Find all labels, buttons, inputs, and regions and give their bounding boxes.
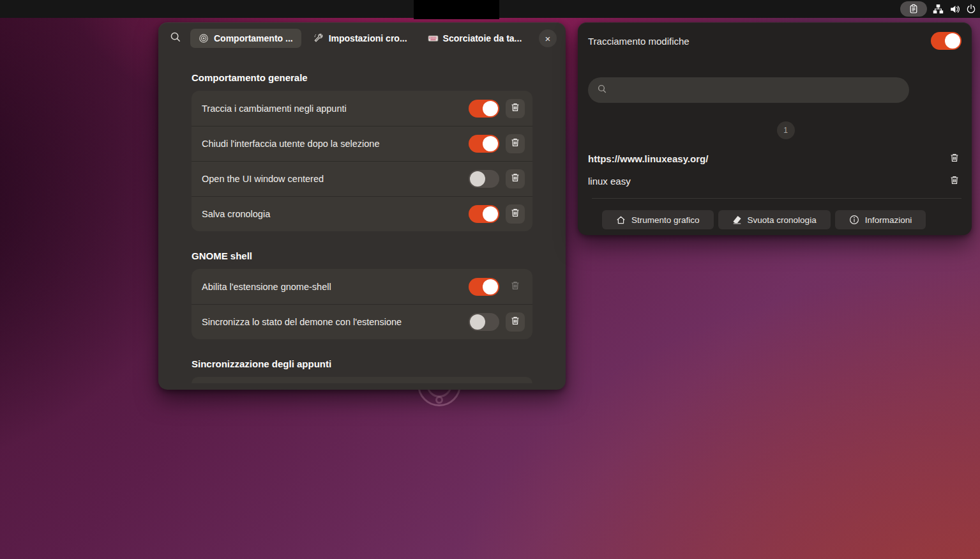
tab-label: Scorciatoie da ta... [443, 33, 522, 43]
setting-label: Salva cronologia [202, 209, 469, 219]
home-icon [616, 215, 626, 225]
toggle-switch[interactable] [469, 170, 499, 188]
tools-icon [313, 33, 324, 43]
top-bar [0, 0, 980, 18]
setting-label: Sincronizza lo stato del demone con l'es… [202, 317, 469, 327]
delete-entry-button[interactable] [949, 176, 960, 187]
toggle-switch[interactable] [469, 278, 499, 296]
section-title: Comportamento generale [192, 72, 532, 83]
tracking-label: Tracciamento modifiche [588, 36, 690, 47]
trash-icon [510, 316, 520, 328]
delete-entry-button[interactable] [949, 153, 960, 165]
setting-row: Abilita l'estensione gnome-shell [192, 269, 532, 304]
tab-keyboard-shortcuts[interactable]: Scorciatoie da ta... [419, 29, 531, 48]
settings-tabs: Comportamento ... Impostazioni cro... [190, 29, 532, 48]
close-button[interactable]: × [539, 29, 557, 47]
reset-button[interactable] [506, 134, 525, 153]
tab-behavior[interactable]: Comportamento ... [190, 29, 301, 48]
toggle-switch[interactable] [469, 313, 499, 331]
trash-icon [949, 153, 960, 165]
setting-label: Abilita l'estensione gnome-shell [202, 282, 469, 292]
trash-icon [510, 280, 520, 293]
setting-label: Open the UI window centered [202, 174, 469, 184]
keyboard-icon [428, 33, 438, 43]
setting-row: Salva cronologia [192, 196, 532, 231]
toggle-switch[interactable] [469, 100, 499, 118]
section-title: GNOME shell [192, 250, 532, 261]
history-entries: https://www.linuxeasy.org/ linux easy [588, 148, 961, 192]
network-icon[interactable] [933, 4, 944, 15]
clear-history-button[interactable]: Svuota cronologia [718, 210, 831, 229]
volume-icon[interactable] [949, 4, 960, 15]
trash-icon [949, 175, 960, 188]
search-icon [169, 31, 182, 46]
tab-label: Impostazioni cro... [329, 33, 407, 43]
settings-content: Comportamento generale Traccia i cambiam… [158, 54, 566, 383]
clipboard-sync-card-partial [192, 377, 532, 383]
info-icon [849, 215, 859, 225]
history-actions: Strumento grafico Svuota cronologia Info… [602, 210, 961, 229]
about-button[interactable]: Informazioni [835, 210, 926, 229]
section-title: Sincronizzazione degli appunti [192, 358, 532, 369]
clipboard-indicator-button[interactable] [900, 1, 927, 17]
setting-label: Chiudi l'interfaccia utente dopo la sele… [202, 139, 469, 149]
search-button[interactable] [167, 30, 184, 47]
button-label: Strumento grafico [631, 215, 700, 225]
entry-text: linux easy [588, 176, 631, 187]
history-entry[interactable]: linux easy [588, 170, 961, 192]
clipboard-settings-window: Comportamento ... Impostazioni cro... [158, 22, 566, 390]
tracking-toggle[interactable] [931, 32, 961, 50]
setting-label: Traccia i cambiamenti negli appunti [202, 103, 469, 114]
history-search-field[interactable] [588, 77, 909, 103]
power-icon[interactable] [966, 4, 976, 14]
trash-icon [510, 137, 520, 150]
trash-icon [510, 208, 520, 220]
settings-headerbar: Comportamento ... Impostazioni cro... [158, 22, 566, 54]
button-label: Informazioni [865, 215, 912, 225]
system-tray [900, 0, 976, 18]
search-input[interactable] [612, 85, 900, 95]
eraser-icon [732, 215, 742, 225]
settings-tool-button[interactable]: Strumento grafico [602, 210, 714, 229]
tab-label: Comportamento ... [214, 33, 293, 43]
clock-redacted-box [414, 0, 499, 19]
history-entry[interactable]: https://www.linuxeasy.org/ [588, 148, 961, 170]
clipboard-icon [908, 4, 919, 14]
bullseye-icon [199, 33, 209, 43]
setting-row: Open the UI window centered [192, 161, 532, 196]
trash-icon [510, 102, 520, 115]
close-icon: × [545, 33, 551, 44]
reset-button[interactable] [506, 204, 525, 224]
setting-row: Chiudi l'interfaccia utente dopo la sele… [192, 126, 532, 161]
page-indicator[interactable]: 1 [777, 121, 795, 139]
divider [592, 198, 961, 199]
button-label: Svuota cronologia [748, 215, 817, 225]
trash-icon [510, 172, 520, 185]
toggle-switch[interactable] [469, 205, 499, 223]
setting-row: Sincronizza lo stato del demone con l'es… [192, 304, 532, 339]
toggle-switch[interactable] [469, 135, 499, 153]
behavior-card: Traccia i cambiamenti negli appunti Chiu… [192, 91, 532, 231]
entry-text: https://www.linuxeasy.org/ [588, 153, 708, 164]
search-icon [597, 84, 607, 96]
reset-button[interactable] [506, 312, 525, 332]
reset-button[interactable] [506, 99, 525, 118]
history-header: Tracciamento modifiche [588, 32, 961, 50]
gnome-shell-card: Abilita l'estensione gnome-shell Sincron… [192, 269, 532, 339]
reset-button[interactable] [506, 169, 525, 188]
setting-row: Traccia i cambiamenti negli appunti [192, 91, 532, 126]
clipboard-history-popup: Tracciamento modifiche 1 https://www.lin… [578, 22, 972, 235]
tab-history-settings[interactable]: Impostazioni cro... [305, 29, 416, 48]
reset-button[interactable] [506, 277, 525, 296]
